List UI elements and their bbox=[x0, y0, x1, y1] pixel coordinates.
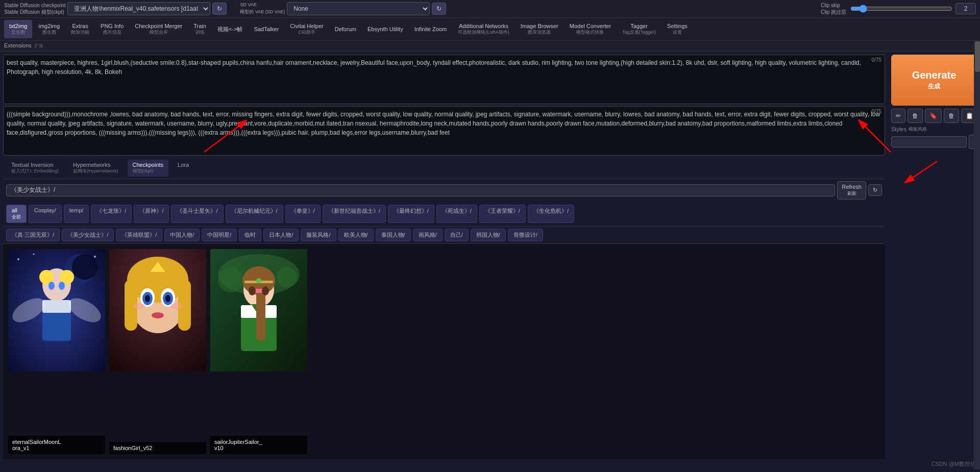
extensions-sub: 扩展 bbox=[34, 43, 43, 48]
trash-button[interactable]: 🗑 bbox=[908, 109, 923, 123]
lora-search-input[interactable] bbox=[6, 184, 835, 196]
styles-input[interactable] bbox=[891, 136, 967, 147]
lora-card-label-1: eternalSailorMoonLora_v1 bbox=[8, 436, 105, 454]
tab-ti-sub: 嵌入式(T.I. Embedding) bbox=[11, 168, 59, 175]
positive-prompt-input[interactable]: best quality, masterpiece, highres, 1gir… bbox=[7, 58, 881, 99]
styles-row: × ↻ bbox=[891, 135, 977, 149]
model-select[interactable]: 亚洲人物\henmixReal_v40.safetensors [d1aaf7.… bbox=[67, 2, 210, 15]
tab-civitai[interactable]: Civitai Helper C站助手 bbox=[285, 20, 328, 38]
watermark: CSDN @M数挖坑 bbox=[931, 460, 976, 468]
tab-textual-inversion[interactable]: Textual Inversion 嵌入式(T.I. Embedding) bbox=[6, 160, 64, 177]
cat-cosplay[interactable]: Cosplay/ bbox=[29, 205, 62, 223]
lora-card-img-2 bbox=[109, 249, 206, 371]
refresh-icon-button[interactable]: ↻ bbox=[868, 184, 882, 196]
tab-additional-networks[interactable]: Additional Networks 可选附加网络(LoRA插件) bbox=[453, 20, 514, 38]
cat-korean[interactable]: 韩国人物/ bbox=[471, 229, 506, 241]
clip-skip-label1: Clip skip bbox=[821, 2, 846, 9]
cat-dragon-ball[interactable]: 《七龙珠》/ bbox=[91, 205, 132, 223]
tab-img2img[interactable]: img2img 图生图 bbox=[33, 20, 65, 38]
styles-sub-label: 模板风格 bbox=[909, 126, 927, 133]
svg-point-13 bbox=[48, 282, 55, 290]
vae-select[interactable]: None bbox=[287, 2, 430, 15]
tab-img2img-sub: 图生图 bbox=[38, 30, 60, 36]
svg-point-44 bbox=[256, 278, 261, 283]
cat-western[interactable]: 欧美人物/ bbox=[338, 229, 374, 241]
lora-card-sailor-jupiter[interactable]: sailorJupiterSailor_v10 bbox=[210, 249, 307, 454]
clip-skip-labels: Clip skip Clip 跳过层 bbox=[821, 2, 846, 15]
clip-skip-section: Clip skip Clip 跳过层 2 bbox=[821, 2, 976, 15]
cat-kof[interactable]: 《拳皇》/ bbox=[285, 205, 321, 223]
category-tags-row2: 《真·三国无双》/ 《美少女战士》/ 《英雄联盟》/ 中国人物/ 中国明星/ 临… bbox=[3, 227, 885, 244]
tab-lora[interactable]: Lora bbox=[173, 160, 194, 177]
tab-txt2img[interactable]: txt2img 文生图 bbox=[4, 20, 32, 38]
tab-sadtalker-label: SadTalker bbox=[254, 26, 279, 32]
cat-genshin[interactable]: 《原神》/ bbox=[134, 205, 169, 223]
bookmark-button[interactable]: 🔖 bbox=[925, 109, 942, 123]
cat-jp-char[interactable]: 日本人物/ bbox=[263, 229, 299, 241]
scrollbar-track[interactable] bbox=[974, 41, 980, 469]
tab-video[interactable]: 视频<->帧 bbox=[212, 23, 248, 35]
generate-button[interactable]: Generate 生成 bbox=[891, 55, 977, 106]
cat-temp[interactable]: temp/ bbox=[64, 205, 89, 223]
cat-skeleton[interactable]: 骨骼设计/ bbox=[508, 229, 543, 241]
lora-card-eternal-sailor-moon[interactable]: eternalSailorMoonLora_v1 bbox=[8, 249, 105, 454]
tab-image-browser[interactable]: Image Browser 图库浏览器 bbox=[516, 20, 564, 38]
nav-tabs: txt2img 文生图 img2img 图生图 Extras 附加功能 PNG … bbox=[0, 18, 980, 41]
cat-doa[interactable]: 《死或生》/ bbox=[436, 205, 477, 223]
model-selector-group: Stable Diffusion checkpoint Stable Diffu… bbox=[4, 2, 227, 15]
tab-infinite-zoom[interactable]: Infinite Zoom bbox=[409, 23, 452, 35]
tab-deforum[interactable]: Deforum bbox=[330, 23, 361, 35]
edit-button[interactable]: ✏ bbox=[891, 109, 905, 123]
lora-card-img-3 bbox=[210, 249, 307, 371]
cat-art-style[interactable]: 画风格/ bbox=[413, 229, 443, 241]
clip-skip-slider[interactable] bbox=[850, 5, 952, 13]
cat-re[interactable]: 《生化危机》/ bbox=[528, 205, 574, 223]
tab-hypernetworks[interactable]: Hypernetworks 超网络(Hypernetwork) bbox=[68, 160, 124, 177]
extensions-bar: Extensions 扩展 bbox=[0, 41, 980, 52]
cat-self[interactable]: 自己/ bbox=[445, 229, 469, 241]
tab-settings[interactable]: Settings 设置 bbox=[662, 20, 693, 38]
main-content: 0/75 best quality, masterpiece, highres,… bbox=[0, 52, 980, 462]
cat-nier[interactable]: 《尼尔机械纪元》/ bbox=[226, 205, 283, 223]
tab-sadtalker[interactable]: SadTalker bbox=[249, 23, 284, 35]
cat-dynasty[interactable]: 《真·三国无双》/ bbox=[6, 229, 60, 241]
cat-sailor-moon[interactable]: 《美少女战士》/ bbox=[62, 229, 114, 241]
tab-tagger[interactable]: Tagger Tag反推(Tagger) bbox=[617, 20, 661, 38]
cat-saint-seiya[interactable]: 《圣斗士星矢》/ bbox=[171, 205, 223, 223]
cat-chinese-char[interactable]: 中国人物/ bbox=[164, 229, 200, 241]
svg-point-41 bbox=[249, 286, 256, 295]
cat-evangelion[interactable]: 《新世纪福音战士》/ bbox=[323, 205, 386, 223]
tab-civitai-sub: C站助手 bbox=[290, 30, 323, 36]
cat-temp2[interactable]: 临时 bbox=[239, 229, 261, 241]
delete-button[interactable]: 🗑 bbox=[944, 109, 959, 123]
model-refresh-button[interactable]: ↻ bbox=[212, 3, 227, 15]
scrollbar-thumb[interactable] bbox=[975, 41, 980, 72]
tab-checkpoints[interactable]: Checkpoints 模型(ckpt) bbox=[128, 160, 169, 177]
svg-point-14 bbox=[59, 282, 65, 290]
tab-model-converter[interactable]: Model Converter 模型格式转换 bbox=[565, 20, 616, 38]
negative-prompt-input[interactable]: (((simple background))),monochrome ,lowr… bbox=[7, 110, 881, 151]
svg-point-32 bbox=[218, 267, 243, 292]
vae-refresh-button[interactable]: ↻ bbox=[432, 3, 446, 15]
tab-extras[interactable]: Extras 附加功能 bbox=[66, 20, 94, 38]
svg-point-3 bbox=[17, 258, 19, 260]
cat-chinese-celeb[interactable]: 中国明星/ bbox=[202, 229, 237, 241]
lora-grid: eternalSailorMoonLora_v1 bbox=[3, 244, 885, 459]
tab-infinite-zoom-label: Infinite Zoom bbox=[414, 26, 447, 32]
tab-pnginfo[interactable]: PNG Info 图片信息 bbox=[95, 20, 129, 38]
cat-hok[interactable]: 《王者荣耀》/ bbox=[479, 205, 526, 223]
tab-checkpoint-merger[interactable]: Checkpoint Merger 模型合并 bbox=[130, 20, 187, 38]
tab-pnginfo-label: PNG Info bbox=[101, 23, 124, 29]
lora-card-fashion-girl[interactable]: fashionGirl_v52 bbox=[109, 249, 206, 454]
tab-train[interactable]: Train 训练 bbox=[188, 20, 211, 38]
cat-clothes[interactable]: 服装风格/ bbox=[301, 229, 336, 241]
cat-all[interactable]: all全部 bbox=[6, 205, 27, 223]
refresh-button[interactable]: Refresh 刷新 bbox=[837, 181, 866, 200]
svg-point-33 bbox=[277, 267, 297, 287]
cat-lol[interactable]: 《英雄联盟》/ bbox=[116, 229, 162, 241]
lora-section: Textual Inversion 嵌入式(T.I. Embedding) Hy… bbox=[3, 158, 885, 459]
cat-ff[interactable]: 《最终幻想》/ bbox=[388, 205, 434, 223]
tab-hn-label: Hypernetworks bbox=[73, 162, 110, 168]
tab-ebsynth[interactable]: Ebsynth Utility bbox=[362, 23, 408, 35]
cat-thai[interactable]: 泰国人物/ bbox=[376, 229, 411, 241]
